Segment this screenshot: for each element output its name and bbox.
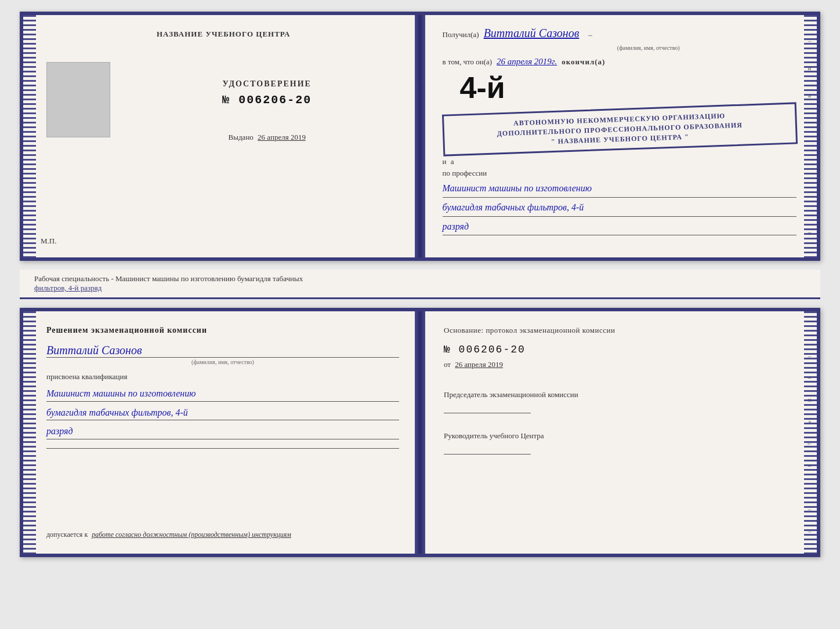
info-bar-label: Рабочая специальность - Машинист машины … (34, 274, 303, 283)
stamp-box: АВТОНОМНУЮ НЕКОММЕРЧЕСКУЮ ОРГАНИЗАЦИЮ ДО… (441, 102, 797, 157)
bottom-right-border-deco (804, 311, 817, 554)
fio-caption-top: (фамилия, имя, отчество) (501, 45, 797, 51)
bottom-recipient-name: Витталий Сазонов (46, 344, 399, 358)
received-row: Получил(а) Витталий Сазонов – (443, 27, 797, 40)
issued-line: Выдано 26 апреля 2019 (229, 133, 306, 142)
date-value: 26 апреля 2019 (455, 360, 503, 369)
bottom-fio-caption: (фамилия, имя, отчество) (46, 359, 399, 365)
bottom-left-border-deco (23, 311, 36, 554)
left-page-top: НАЗВАНИЕ УЧЕБНОГО ЦЕНТРА УДОСТОВЕРЕНИЕ №… (23, 15, 419, 257)
basis-label: Основание: протокол экзаменационной коми… (444, 326, 796, 335)
left-body: УДОСТОВЕРЕНИЕ № 006206-20 Выдано 26 апре… (46, 62, 401, 142)
assigned-label: присвоена квалификация (46, 372, 399, 381)
qual-line3: разряд (46, 424, 399, 439)
bottom-right-page: Основание: протокол экзаменационной коми… (421, 311, 817, 554)
bottom-spine-divider (415, 311, 425, 554)
profession-line2: бумагидля табачных фильтров, 4-й (443, 200, 797, 217)
photo-placeholder (46, 62, 110, 137)
left-header: НАЗВАНИЕ УЧЕБНОГО ЦЕНТРА (157, 30, 291, 39)
completed-label: окончил(а) (562, 57, 605, 67)
profession-label: по профессии (443, 169, 797, 178)
top-document: НАЗВАНИЕ УЧЕБНОГО ЦЕНТРА УДОСТОВЕРЕНИЕ №… (20, 12, 820, 261)
qual-line2: бумагидля табачных фильтров, 4-й (46, 405, 399, 421)
cert-title-block: УДОСТОВЕРЕНИЕ № 006206-20 (222, 79, 312, 107)
bottom-document: Решением экзаменационной комиссии Виттал… (20, 308, 820, 557)
protocol-number: № 006206-20 (444, 344, 796, 355)
recipient-name: Витталий Сазонов (484, 27, 580, 40)
cert-title: УДОСТОВЕРЕНИЕ (222, 79, 312, 89)
qual-line1: Машинист машины по изготовлению (46, 386, 399, 402)
completed-date: 26 апреля 2019г. (497, 57, 557, 67)
profession-line3: разряд (443, 219, 797, 236)
right-page-top: Получил(а) Витталий Сазонов – (фамилия, … (419, 15, 817, 257)
right-border-deco (804, 15, 817, 257)
issued-label: Выдано (229, 133, 254, 141)
допускается-prefix: допускается к (46, 530, 88, 539)
in-that-label: в том, что он(а) (443, 57, 493, 67)
допускается-text: работе согласно должностным (производств… (92, 530, 291, 539)
empty-underline (46, 443, 399, 449)
bottom-left-title: Решением экзаменационной комиссии (46, 326, 399, 335)
left-text-block: УДОСТОВЕРЕНИЕ № 006206-20 Выдано 26 апре… (133, 62, 401, 142)
received-label: Получил(а) (443, 30, 479, 39)
director-sig-line (444, 444, 531, 455)
date-prefix: от (444, 360, 451, 369)
допускается-line: допускается к работе согласно должностны… (46, 530, 399, 539)
spine-divider (415, 15, 425, 257)
bottom-left-page: Решением экзаменационной комиссии Виттал… (23, 311, 421, 554)
info-bar-underline: фильтров, 4-й разряд (34, 283, 102, 292)
date-line: от 26 апреля 2019 (444, 360, 796, 369)
chairman-sig-line (444, 403, 531, 413)
director-block: Руководитель учебного Центра (444, 431, 796, 463)
conjunction: и а (443, 157, 797, 166)
por-label: а (451, 157, 454, 166)
chairman-block: Председатель экзаменационной комиссии (444, 390, 796, 422)
mp-label: М.П. (41, 237, 56, 246)
issued-date: 26 апреля 2019 (258, 133, 306, 141)
info-bar: Рабочая специальность - Машинист машины … (20, 270, 820, 299)
profession-line1: Машинист машины по изготовлению (443, 181, 797, 198)
cert-number: № 006206-20 (222, 93, 312, 107)
dash-after-name: – (588, 30, 592, 39)
chairman-label: Председатель экзаменационной комиссии (444, 390, 796, 400)
director-label: Руководитель учебного Центра (444, 431, 796, 441)
inthat-row: в том, что он(а) 26 апреля 2019г. окончи… (443, 57, 797, 67)
rank-big: 4-й (460, 72, 797, 103)
